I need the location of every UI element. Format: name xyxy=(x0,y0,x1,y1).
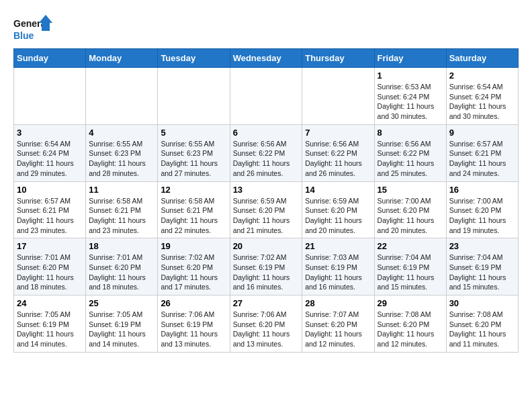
day-info: Sunrise: 7:06 AM Sunset: 6:19 PM Dayligh… xyxy=(161,310,226,349)
day-info: Sunrise: 6:56 AM Sunset: 6:22 PM Dayligh… xyxy=(233,139,300,179)
day-number: 3 xyxy=(17,128,83,138)
day-info: Sunrise: 6:56 AM Sunset: 6:22 PM Dayligh… xyxy=(305,139,371,179)
calendar-cell: 2Sunrise: 6:54 AM Sunset: 6:24 PM Daylig… xyxy=(446,68,518,125)
calendar-cell: 18Sunrise: 7:01 AM Sunset: 6:20 PM Dayli… xyxy=(86,238,158,295)
calendar-cell: 12Sunrise: 6:58 AM Sunset: 6:21 PM Dayli… xyxy=(158,181,230,238)
day-number: 4 xyxy=(89,128,154,138)
calendar-cell: 29Sunrise: 7:08 AM Sunset: 6:20 PM Dayli… xyxy=(374,295,446,353)
day-info: Sunrise: 6:55 AM Sunset: 6:23 PM Dayligh… xyxy=(161,139,226,179)
day-number: 24 xyxy=(17,298,83,308)
day-number: 20 xyxy=(233,241,300,251)
day-info: Sunrise: 7:00 AM Sunset: 6:20 PM Dayligh… xyxy=(378,196,443,236)
calendar-cell: 23Sunrise: 7:04 AM Sunset: 6:19 PM Dayli… xyxy=(446,238,518,295)
day-number: 23 xyxy=(449,241,515,251)
page-header: General Blue xyxy=(13,13,519,46)
day-info: Sunrise: 7:04 AM Sunset: 6:19 PM Dayligh… xyxy=(378,253,443,292)
day-info: Sunrise: 7:08 AM Sunset: 6:20 PM Dayligh… xyxy=(449,310,515,349)
day-info: Sunrise: 7:00 AM Sunset: 6:20 PM Dayligh… xyxy=(449,196,515,236)
day-number: 17 xyxy=(17,241,83,251)
day-number: 1 xyxy=(378,71,443,81)
calendar-header-tuesday: Tuesday xyxy=(158,49,230,68)
day-info: Sunrise: 6:53 AM Sunset: 6:24 PM Dayligh… xyxy=(378,82,443,122)
calendar-cell: 27Sunrise: 7:06 AM Sunset: 6:20 PM Dayli… xyxy=(230,295,302,353)
calendar-cell: 21Sunrise: 7:03 AM Sunset: 6:19 PM Dayli… xyxy=(302,238,374,295)
calendar-header-row: SundayMondayTuesdayWednesdayThursdayFrid… xyxy=(14,49,519,68)
day-info: Sunrise: 6:56 AM Sunset: 6:22 PM Dayligh… xyxy=(378,139,443,179)
day-number: 9 xyxy=(449,128,515,138)
day-info: Sunrise: 7:08 AM Sunset: 6:20 PM Dayligh… xyxy=(378,310,443,349)
day-info: Sunrise: 7:02 AM Sunset: 6:19 PM Dayligh… xyxy=(233,253,300,292)
calendar-cell: 30Sunrise: 7:08 AM Sunset: 6:20 PM Dayli… xyxy=(446,295,518,353)
calendar-cell: 20Sunrise: 7:02 AM Sunset: 6:19 PM Dayli… xyxy=(230,238,302,295)
day-info: Sunrise: 7:07 AM Sunset: 6:20 PM Dayligh… xyxy=(305,310,371,349)
calendar-cell: 4Sunrise: 6:55 AM Sunset: 6:23 PM Daylig… xyxy=(86,124,158,181)
calendar-cell: 24Sunrise: 7:05 AM Sunset: 6:19 PM Dayli… xyxy=(14,295,86,353)
day-number: 29 xyxy=(378,298,443,308)
calendar-cell xyxy=(302,68,374,125)
day-info: Sunrise: 7:06 AM Sunset: 6:20 PM Dayligh… xyxy=(233,310,300,349)
calendar-cell: 5Sunrise: 6:55 AM Sunset: 6:23 PM Daylig… xyxy=(158,124,230,181)
day-info: Sunrise: 6:57 AM Sunset: 6:21 PM Dayligh… xyxy=(449,139,515,179)
day-info: Sunrise: 6:59 AM Sunset: 6:20 PM Dayligh… xyxy=(233,196,300,236)
logo: General Blue xyxy=(13,13,54,46)
calendar-cell: 1Sunrise: 6:53 AM Sunset: 6:24 PM Daylig… xyxy=(374,68,446,125)
calendar-cell: 22Sunrise: 7:04 AM Sunset: 6:19 PM Dayli… xyxy=(374,238,446,295)
calendar-week-2: 3Sunrise: 6:54 AM Sunset: 6:24 PM Daylig… xyxy=(14,124,519,181)
calendar-table: SundayMondayTuesdayWednesdayThursdayFrid… xyxy=(13,48,519,353)
calendar-cell: 17Sunrise: 7:01 AM Sunset: 6:20 PM Dayli… xyxy=(14,238,86,295)
day-info: Sunrise: 7:05 AM Sunset: 6:19 PM Dayligh… xyxy=(89,310,154,349)
calendar-header-thursday: Thursday xyxy=(302,49,374,68)
day-number: 26 xyxy=(161,298,226,308)
calendar-cell: 19Sunrise: 7:02 AM Sunset: 6:20 PM Dayli… xyxy=(158,238,230,295)
day-number: 22 xyxy=(378,241,443,251)
day-number: 25 xyxy=(89,298,154,308)
calendar-cell: 8Sunrise: 6:56 AM Sunset: 6:22 PM Daylig… xyxy=(374,124,446,181)
calendar-body: 1Sunrise: 6:53 AM Sunset: 6:24 PM Daylig… xyxy=(14,68,519,353)
day-number: 6 xyxy=(233,128,300,138)
calendar-cell: 26Sunrise: 7:06 AM Sunset: 6:19 PM Dayli… xyxy=(158,295,230,353)
calendar-cell: 10Sunrise: 6:57 AM Sunset: 6:21 PM Dayli… xyxy=(14,181,86,238)
calendar-header-sunday: Sunday xyxy=(14,49,86,68)
calendar-cell: 6Sunrise: 6:56 AM Sunset: 6:22 PM Daylig… xyxy=(230,124,302,181)
day-number: 30 xyxy=(449,298,515,308)
calendar-week-1: 1Sunrise: 6:53 AM Sunset: 6:24 PM Daylig… xyxy=(14,68,519,125)
day-info: Sunrise: 6:58 AM Sunset: 6:21 PM Dayligh… xyxy=(89,196,154,236)
calendar-cell: 9Sunrise: 6:57 AM Sunset: 6:21 PM Daylig… xyxy=(446,124,518,181)
calendar-cell xyxy=(86,68,158,125)
calendar-header-wednesday: Wednesday xyxy=(230,49,302,68)
day-number: 7 xyxy=(305,128,371,138)
calendar-week-5: 24Sunrise: 7:05 AM Sunset: 6:19 PM Dayli… xyxy=(14,295,519,353)
calendar-cell: 25Sunrise: 7:05 AM Sunset: 6:19 PM Dayli… xyxy=(86,295,158,353)
day-number: 8 xyxy=(378,128,443,138)
calendar-cell xyxy=(158,68,230,125)
calendar-cell: 16Sunrise: 7:00 AM Sunset: 6:20 PM Dayli… xyxy=(446,181,518,238)
day-number: 19 xyxy=(161,241,226,251)
calendar-cell: 3Sunrise: 6:54 AM Sunset: 6:24 PM Daylig… xyxy=(14,124,86,181)
day-info: Sunrise: 6:59 AM Sunset: 6:20 PM Dayligh… xyxy=(305,196,371,236)
day-info: Sunrise: 7:04 AM Sunset: 6:19 PM Dayligh… xyxy=(449,253,515,292)
day-number: 13 xyxy=(233,185,300,195)
day-info: Sunrise: 7:02 AM Sunset: 6:20 PM Dayligh… xyxy=(161,253,226,292)
calendar-header-friday: Friday xyxy=(374,49,446,68)
day-number: 18 xyxy=(89,241,154,251)
calendar-cell: 11Sunrise: 6:58 AM Sunset: 6:21 PM Dayli… xyxy=(86,181,158,238)
day-info: Sunrise: 6:54 AM Sunset: 6:24 PM Dayligh… xyxy=(17,139,83,179)
day-number: 27 xyxy=(233,298,300,308)
day-info: Sunrise: 7:05 AM Sunset: 6:19 PM Dayligh… xyxy=(17,310,83,349)
calendar-week-4: 17Sunrise: 7:01 AM Sunset: 6:20 PM Dayli… xyxy=(14,238,519,295)
day-info: Sunrise: 6:58 AM Sunset: 6:21 PM Dayligh… xyxy=(161,196,226,236)
day-info: Sunrise: 7:01 AM Sunset: 6:20 PM Dayligh… xyxy=(17,253,83,292)
day-info: Sunrise: 6:55 AM Sunset: 6:23 PM Dayligh… xyxy=(89,139,154,179)
calendar-cell xyxy=(14,68,86,125)
day-number: 5 xyxy=(161,128,226,138)
calendar-cell: 28Sunrise: 7:07 AM Sunset: 6:20 PM Dayli… xyxy=(302,295,374,353)
day-number: 11 xyxy=(89,185,154,195)
calendar-cell: 13Sunrise: 6:59 AM Sunset: 6:20 PM Dayli… xyxy=(230,181,302,238)
day-info: Sunrise: 6:57 AM Sunset: 6:21 PM Dayligh… xyxy=(17,196,83,236)
day-number: 15 xyxy=(378,185,443,195)
calendar-cell: 7Sunrise: 6:56 AM Sunset: 6:22 PM Daylig… xyxy=(302,124,374,181)
calendar-week-3: 10Sunrise: 6:57 AM Sunset: 6:21 PM Dayli… xyxy=(14,181,519,238)
day-number: 10 xyxy=(17,185,83,195)
calendar-cell: 14Sunrise: 6:59 AM Sunset: 6:20 PM Dayli… xyxy=(302,181,374,238)
calendar-header-monday: Monday xyxy=(86,49,158,68)
